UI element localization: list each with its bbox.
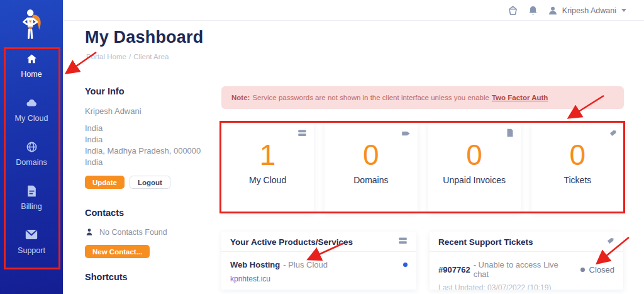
sidebar-item-label: Domains (16, 158, 47, 167)
chevron-down-icon (621, 9, 626, 12)
stat-value: 0 (325, 139, 417, 171)
recent-tickets-panel: Recent Support Tickets #907762 - Unable … (430, 232, 623, 290)
contacts-heading: Contacts (85, 208, 217, 218)
your-info-heading: Your Info (85, 86, 217, 96)
billing-icon (26, 185, 37, 198)
product-list-item[interactable]: Web Hosting - Plus Cloud kpnhtest.icu (221, 252, 416, 283)
page-title: My Dashboard (85, 28, 203, 47)
stat-card-unpaid-invoices[interactable]: 0 Unpaid Invoices (428, 123, 521, 212)
breadcrumb-current: Client Area (133, 53, 169, 60)
breadcrumb-separator: / (129, 53, 131, 60)
stat-label: Domains (325, 175, 417, 185)
sidebar-item-billing[interactable]: Billing (0, 181, 63, 225)
server-icon (297, 128, 307, 140)
product-domain-link[interactable]: kpnhtest.icu (230, 274, 408, 283)
stat-value: 0 (428, 139, 521, 171)
globe-icon (26, 141, 38, 154)
notice-label: Note: (231, 94, 250, 101)
user-icon (547, 5, 558, 16)
bell-icon[interactable] (528, 5, 538, 16)
stat-label: My Cloud (221, 175, 314, 185)
sidebar-item-label: Home (21, 70, 42, 79)
recent-tickets-title: Recent Support Tickets (438, 237, 533, 247)
ticket-list-item[interactable]: #907762 - Unable to access Live chat Clo… (430, 252, 623, 290)
status-dot-icon (403, 263, 408, 267)
cloud-icon (25, 97, 38, 110)
server-icon (398, 236, 408, 247)
ticket-subject: - Unable to access Live chat (474, 260, 575, 279)
stat-label: Tickets (531, 175, 624, 185)
stat-label: Unpaid Invoices (428, 175, 521, 185)
sidebar-item-my-cloud[interactable]: My Cloud (0, 93, 63, 137)
person-icon (85, 227, 94, 237)
sidebar-item-domains[interactable]: Domains (0, 137, 63, 181)
stat-value: 0 (531, 139, 624, 171)
shortcuts-heading: Shortcuts (85, 272, 217, 282)
ticket-icon (609, 128, 617, 140)
sidebar-item-label: My Cloud (15, 114, 48, 123)
ticket-id: #907762 (438, 265, 470, 274)
sidebar-item-support[interactable]: Support (0, 225, 63, 269)
new-contact-button[interactable]: New Contact... (85, 245, 150, 258)
active-products-panel: Your Active Products/Services Web Hostin… (221, 232, 416, 290)
sidebar: Home My Cloud Domains Billing Support (0, 0, 63, 294)
ticket-status: Closed (589, 265, 614, 274)
client-info-column: Your Info Kripesh Adwani India India Ind… (85, 86, 217, 282)
update-button[interactable]: Update (85, 176, 125, 189)
top-bar: Kripesh Adwani (63, 0, 644, 21)
notice-text: Service passwords are not shown in the c… (252, 94, 489, 101)
stat-card-tickets[interactable]: 0 Tickets (531, 123, 624, 212)
product-name: Web Hosting (230, 260, 280, 269)
logout-button[interactable]: Logout (130, 176, 170, 189)
tag-icon (401, 128, 411, 140)
address-line: India (85, 157, 217, 168)
stat-value: 1 (221, 139, 314, 171)
address-line: India (85, 123, 217, 134)
sidebar-item-label: Support (18, 246, 45, 255)
stat-card-my-cloud[interactable]: 1 My Cloud (221, 123, 314, 212)
contacts-empty-row: No Contacts Found (85, 227, 217, 237)
breadcrumb: Portal Home/Client Area (86, 53, 169, 60)
invoice-icon (506, 128, 514, 140)
ticket-icon (606, 236, 614, 247)
sidebar-nav: Home My Cloud Domains Billing Support (0, 49, 63, 269)
two-factor-auth-link[interactable]: Two Factor Auth (492, 94, 548, 101)
client-address: India India India, Madhya Pradesh, 00000… (85, 123, 217, 168)
product-plan: - Plus Cloud (283, 260, 328, 269)
status-dot-icon (580, 268, 585, 272)
active-products-header: Your Active Products/Services (221, 232, 416, 252)
account-menu[interactable]: Kripesh Adwani (547, 5, 626, 16)
superhero-logo-icon[interactable] (0, 6, 63, 45)
breadcrumb-portal-home[interactable]: Portal Home (86, 53, 126, 60)
client-name: Kripesh Adwani (85, 106, 217, 116)
ticket-last-updated: Last Updated: 03/07/2022 (10:19) (438, 283, 614, 290)
cart-icon[interactable] (507, 4, 519, 16)
contacts-empty-text: No Contacts Found (99, 228, 167, 237)
home-icon (26, 53, 38, 65)
sidebar-item-home[interactable]: Home (0, 49, 63, 93)
sidebar-item-label: Billing (21, 202, 42, 211)
active-products-title: Your Active Products/Services (230, 237, 353, 247)
recent-tickets-header: Recent Support Tickets (430, 232, 623, 252)
address-line: India (85, 134, 217, 145)
stat-card-domains[interactable]: 0 Domains (325, 123, 417, 212)
password-notice-banner: Note: Service passwords are not shown in… (221, 86, 624, 109)
address-line: India, Madhya Pradesh, 000000 (85, 145, 217, 157)
support-icon (25, 229, 38, 242)
account-name: Kripesh Adwani (562, 6, 616, 15)
stats-row: 1 My Cloud 0 Domains 0 Unpaid Invoices 0… (221, 123, 624, 212)
